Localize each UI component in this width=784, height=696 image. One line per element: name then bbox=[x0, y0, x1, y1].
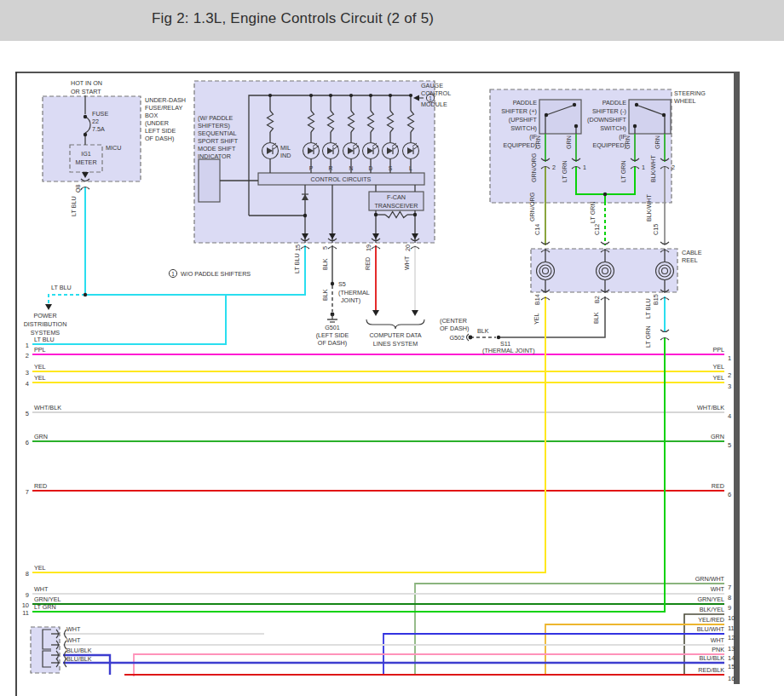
label: C12 bbox=[593, 224, 601, 235]
row-num-right: 16 bbox=[728, 675, 735, 682]
wire-color-label: YEL/RED bbox=[698, 616, 724, 624]
label: GRN bbox=[624, 135, 631, 149]
label: 20 bbox=[404, 244, 412, 251]
row-num-left: 11 bbox=[22, 609, 29, 617]
wire-color-label: RED bbox=[34, 482, 47, 490]
label: (CENTER bbox=[440, 317, 467, 325]
label: GRN/ORG bbox=[528, 192, 536, 221]
wire-color-label: GRN/YEL bbox=[34, 595, 61, 603]
row-num-right: 2 bbox=[728, 371, 731, 379]
label: BOX bbox=[145, 112, 158, 119]
row-num-right: 13 bbox=[728, 645, 735, 653]
wire-color-label: BLU/BLK bbox=[699, 654, 724, 662]
row-num-left: 2 bbox=[26, 352, 29, 360]
wire-color-label: YEL bbox=[34, 374, 46, 382]
label: CONTROL CIRCUITS bbox=[311, 175, 372, 183]
screenshot-root: Fig 2: 1.3L, Engine Controls Circuit (2 … bbox=[0, 0, 784, 696]
label: LT GRN bbox=[620, 160, 627, 182]
wire-color-label: GRN bbox=[711, 433, 724, 440]
junction-dot bbox=[349, 94, 353, 97]
label: BLK bbox=[321, 289, 329, 301]
wire-color-label: PNK bbox=[712, 646, 724, 653]
row-num-right: 15 bbox=[728, 663, 735, 670]
label: CONTROL bbox=[421, 89, 451, 97]
label: LT BLU bbox=[70, 196, 78, 216]
junction-dot bbox=[413, 213, 417, 216]
label: (UNDER bbox=[145, 119, 169, 127]
gear-position-label: D bbox=[369, 165, 373, 171]
junction-dot bbox=[369, 94, 372, 97]
wire-color-label: YEL bbox=[34, 363, 46, 371]
row-num-right: 7 bbox=[728, 584, 731, 591]
label: CABLE bbox=[682, 249, 702, 256]
junction-dot bbox=[268, 94, 272, 97]
label: GRN bbox=[534, 135, 542, 149]
junction-dot bbox=[497, 336, 500, 339]
label: COMPUTER DATA bbox=[369, 331, 421, 339]
label: 1 bbox=[642, 164, 645, 171]
label: 5 bbox=[321, 246, 329, 250]
label: LT GRN bbox=[589, 201, 597, 223]
row-num-right: 6 bbox=[728, 491, 731, 498]
label: OR START bbox=[71, 88, 101, 95]
wire-color-label: BLK/YEL bbox=[700, 606, 724, 613]
label: BLK bbox=[592, 312, 600, 324]
label: Q8 bbox=[74, 184, 82, 193]
wire-color-label: YEL bbox=[34, 564, 46, 572]
wire-color-label: RED bbox=[712, 482, 724, 490]
label: WHT bbox=[403, 256, 411, 270]
label: BLK/WHT bbox=[649, 154, 657, 182]
label: 7.5A bbox=[92, 125, 105, 133]
junction-dot bbox=[573, 103, 576, 106]
row-num-left: 8 bbox=[26, 570, 29, 578]
junction-dot bbox=[374, 213, 378, 216]
label: EQUIPPED) bbox=[503, 141, 537, 149]
wire-color-label: LT BLU bbox=[34, 336, 55, 343]
label: DISTRIBUTION bbox=[24, 320, 67, 328]
label: SHIFTER (-) bbox=[592, 107, 626, 115]
label: LT GRN bbox=[561, 160, 568, 182]
label: REEL bbox=[682, 256, 698, 264]
label: OF DASH) bbox=[318, 339, 347, 347]
gear-position-label: L bbox=[409, 165, 412, 171]
row-num-right: 4 bbox=[728, 412, 731, 420]
wire-color-label: YEL bbox=[712, 374, 724, 382]
label: BLU/BLK bbox=[66, 647, 92, 654]
row-num-right: 3 bbox=[728, 383, 731, 390]
junction-dot bbox=[603, 193, 607, 196]
ground-symbol bbox=[469, 336, 473, 340]
row-num-left: 9 bbox=[26, 591, 29, 599]
label: WHT bbox=[66, 625, 81, 633]
label: SEQUENTIAL bbox=[198, 129, 237, 137]
wire-power-dist-branch bbox=[49, 295, 85, 305]
wire-color-label: GRN bbox=[34, 433, 48, 440]
row-num-right: 9 bbox=[728, 604, 731, 612]
wire-color-label: GRN/WHT bbox=[695, 575, 725, 583]
row-num-right: 12 bbox=[728, 634, 735, 641]
gear-position-label: S bbox=[389, 165, 393, 171]
label: WHEEL bbox=[674, 97, 696, 105]
row-num-right: 1 bbox=[728, 354, 731, 362]
label: B15 bbox=[652, 294, 660, 305]
row-num-right: 11 bbox=[728, 624, 735, 632]
junction-dot bbox=[303, 214, 307, 217]
label: 2 bbox=[672, 164, 675, 171]
label: LT BLU bbox=[293, 253, 301, 273]
junction-dot bbox=[84, 133, 87, 136]
wire-color-label: LT GRN bbox=[34, 603, 56, 611]
wire-row-grn-wht bbox=[415, 584, 724, 674]
label: GAUGE bbox=[421, 82, 443, 89]
wiring-diagram: 1LT BLU2PPLPPL13YELYEL24YELYEL35WHT/BLKW… bbox=[0, 0, 784, 696]
wire-color-label: WHT bbox=[711, 636, 725, 644]
wire-s11-to-b2 bbox=[499, 296, 605, 337]
arrow-down-icon bbox=[372, 310, 379, 316]
wire-color-label: WHT/BLK bbox=[34, 404, 61, 411]
label: PADDLE bbox=[513, 99, 537, 106]
label: EQUIPPED) bbox=[592, 141, 626, 149]
label: TRANSCEIVER bbox=[374, 202, 418, 210]
label: STEERING bbox=[674, 89, 706, 97]
junction-dot bbox=[633, 124, 637, 128]
label: OF DASH) bbox=[440, 325, 469, 332]
junction-dot bbox=[84, 115, 87, 118]
label: G501 bbox=[325, 324, 340, 331]
